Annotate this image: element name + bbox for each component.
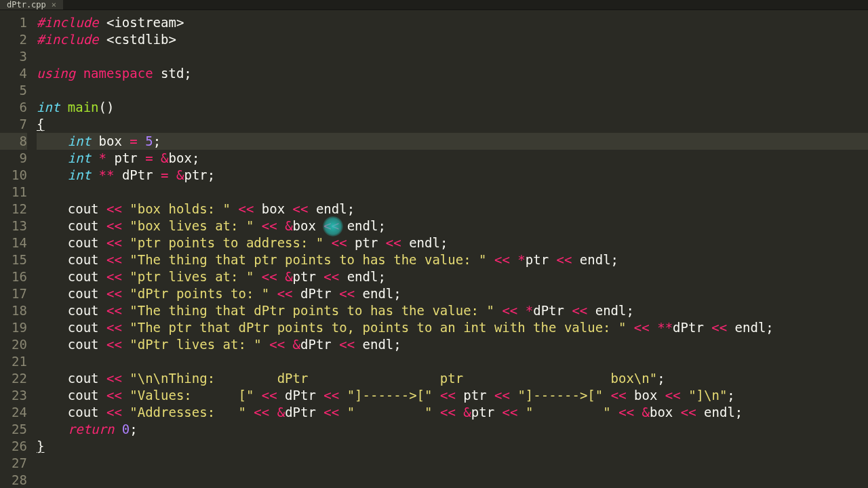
token: " ": [347, 405, 433, 420]
token: <<: [502, 405, 518, 420]
token: std;: [153, 66, 192, 81]
token: &: [176, 167, 184, 182]
token: [254, 218, 261, 233]
tab-bar: dPtr.cpp ×: [0, 0, 868, 10]
token: <iostream>: [106, 15, 184, 30]
line-number: 25: [0, 421, 27, 438]
token: ;: [130, 422, 137, 436]
token: [433, 405, 440, 420]
code-line[interactable]: [37, 472, 868, 488]
token: [487, 252, 494, 267]
token: [634, 405, 642, 420]
code-line[interactable]: cout << "box holds: " << box << endl;: [37, 201, 868, 218]
token: cout: [37, 337, 106, 352]
token: "The thing that dPtr points to has the v…: [130, 303, 494, 318]
line-number: 28: [0, 472, 27, 488]
code-line[interactable]: #include <iostream>: [37, 14, 868, 31]
line-number: 14: [0, 235, 27, 251]
token: [122, 371, 130, 386]
code-line[interactable]: int main(): [37, 99, 868, 116]
code-line[interactable]: cout << "ptr points to address: " << ptr…: [37, 235, 868, 251]
code-line[interactable]: int * ptr = &box;: [37, 150, 868, 167]
token: " ": [526, 405, 611, 420]
code-line[interactable]: cout << "box lives at: " << &box << endl…: [37, 218, 868, 235]
token: &: [642, 405, 650, 420]
token: ;: [727, 388, 734, 403]
code-line[interactable]: #include <cstdlib>: [37, 31, 868, 48]
token: <<: [494, 252, 510, 267]
token: <<: [106, 405, 122, 420]
code-line[interactable]: [37, 455, 868, 472]
code-line[interactable]: return 0;: [37, 421, 868, 438]
token: "box holds: ": [130, 201, 231, 216]
code-line[interactable]: cout << "dPtr points to: " << dPtr << en…: [37, 285, 868, 302]
token: "\n\nThing: dPtr ptr box\n": [130, 371, 657, 386]
token: [122, 388, 130, 403]
token: dPtr: [673, 320, 711, 335]
token: [91, 150, 98, 165]
token: [122, 269, 130, 284]
code-line[interactable]: [37, 48, 868, 65]
token: "]\n": [688, 388, 727, 403]
token: [60, 100, 67, 115]
token: (): [99, 100, 115, 115]
token: [231, 201, 238, 216]
file-tab[interactable]: dPtr.cpp ×: [0, 0, 64, 9]
token: &: [285, 269, 292, 284]
code-line[interactable]: cout << "Values: [" << dPtr << "]------>…: [37, 387, 868, 404]
token: <<: [323, 388, 339, 403]
code-line[interactable]: int ** dPtr = &ptr;: [37, 167, 868, 184]
token: [122, 252, 130, 267]
code-line[interactable]: [37, 82, 868, 99]
token: endl;: [401, 235, 448, 250]
code-line[interactable]: cout << "The ptr that dPtr points to, po…: [37, 319, 868, 336]
token: <<: [386, 235, 401, 250]
token: "]------>[": [347, 388, 433, 403]
code-line[interactable]: int box = 5;: [37, 133, 868, 150]
token: [262, 337, 269, 352]
line-number: 13: [0, 218, 27, 235]
code-line[interactable]: cout << "dPtr lives at: " << &dPtr << en…: [37, 336, 868, 353]
code-line[interactable]: [37, 184, 868, 201]
line-number: 22: [0, 370, 27, 387]
token: <<: [332, 235, 347, 250]
token: "dPtr points to: ": [130, 286, 269, 301]
code-line[interactable]: cout << "\n\nThing: dPtr ptr box\n";: [37, 370, 868, 387]
code-line[interactable]: [37, 353, 868, 370]
token: [339, 405, 347, 420]
token: &: [293, 337, 300, 352]
token: cout: [37, 371, 106, 386]
token: <<: [293, 201, 309, 216]
token: <<: [557, 252, 572, 267]
token: [517, 405, 525, 420]
token: "dPtr lives at: ": [130, 337, 261, 352]
token: dPtr: [300, 337, 339, 352]
code-line[interactable]: cout << "ptr lives at: " << &ptr << endl…: [37, 268, 868, 285]
code-area[interactable]: #include <iostream>#include <cstdlib>usi…: [31, 10, 868, 488]
token: [494, 303, 502, 318]
code-line[interactable]: cout << "The thing that ptr points to ha…: [37, 251, 868, 268]
line-number: 11: [0, 184, 27, 201]
token: box: [627, 388, 665, 403]
token: ;: [657, 371, 665, 386]
token: 5: [145, 134, 153, 148]
token: <<: [323, 269, 339, 284]
line-number: 7: [0, 116, 27, 133]
token: [122, 405, 130, 420]
code-line[interactable]: }: [37, 438, 868, 455]
token: &: [277, 405, 285, 420]
code-line[interactable]: cout << "The thing that dPtr points to h…: [37, 302, 868, 319]
token: <<: [106, 320, 122, 335]
code-line[interactable]: {: [37, 116, 868, 133]
token: <<: [618, 405, 634, 420]
close-icon[interactable]: ×: [52, 0, 56, 9]
token: int: [68, 150, 91, 165]
code-line[interactable]: cout << "Addresses: " << &dPtr << " " <<…: [37, 404, 868, 421]
token: <<: [323, 218, 339, 233]
token: cout: [37, 388, 106, 403]
line-number: 12: [0, 201, 27, 218]
token: namespace: [83, 66, 153, 81]
code-line[interactable]: using namespace std;: [37, 65, 868, 82]
token: [626, 320, 633, 335]
token: dPtr: [114, 167, 161, 182]
